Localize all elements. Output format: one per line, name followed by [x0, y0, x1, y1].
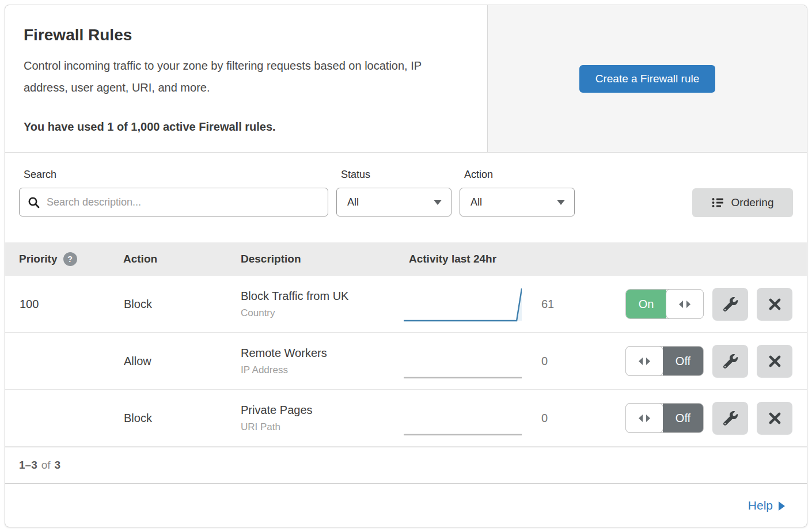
activity-count: 0 [536, 355, 625, 368]
ordering-button-label: Ordering [731, 196, 774, 209]
firewall-rules-panel: Firewall Rules Control incoming traffic … [5, 5, 807, 527]
activity-sparkline [404, 390, 536, 446]
x-icon [768, 355, 781, 368]
activity-count: 61 [536, 298, 625, 311]
help-link-label: Help [748, 499, 773, 512]
rule-priority: 100 [19, 298, 123, 311]
caret-down-icon [434, 200, 442, 205]
toggle-cell: On [625, 289, 712, 319]
help-link[interactable]: Help [748, 499, 785, 512]
status-selected-value: All [347, 196, 359, 208]
rule-description: Remote Workers IP Address [241, 347, 404, 376]
edit-cell [712, 345, 757, 378]
column-header-action: Action [123, 253, 241, 265]
caret-down-icon [557, 200, 565, 205]
filter-bar: Search Status All Action All [5, 153, 807, 242]
pagination-bar: 1–3 of 3 [5, 447, 807, 483]
page-description: Control incoming traffic to your zone by… [24, 55, 464, 98]
rule-enabled-toggle[interactable]: Off [625, 403, 704, 433]
edit-rule-button[interactable] [712, 345, 748, 378]
activity-count: 0 [536, 412, 625, 425]
activity-sparkline [404, 333, 536, 389]
rule-name: Private Pages [241, 404, 404, 417]
toggle-cell: Off [625, 403, 712, 433]
search-input[interactable] [45, 196, 320, 209]
rule-match-type: IP Address [241, 364, 404, 376]
chevron-right-icon [779, 501, 785, 511]
question-mark-icon[interactable]: ? [63, 252, 77, 266]
rule-name: Remote Workers [241, 347, 404, 360]
search-box[interactable] [19, 188, 328, 216]
action-label: Action [464, 169, 575, 181]
list-icon [712, 197, 724, 208]
rule-action: Block [123, 298, 241, 311]
status-label: Status [341, 169, 451, 181]
rule-name: Block Traffic from UK [241, 290, 404, 303]
wrench-icon [723, 354, 738, 368]
delete-rule-button[interactable] [757, 402, 792, 435]
table-row: Allow Remote Workers IP Address 0 Off [5, 333, 807, 390]
column-header-activity: Activity last 24hr [404, 253, 625, 265]
pagination-range: 1–3 [19, 459, 37, 472]
rule-enabled-toggle[interactable]: Off [625, 346, 704, 376]
page-header: Firewall Rules Control incoming traffic … [5, 5, 807, 153]
rule-match-type: Country [241, 307, 404, 319]
delete-cell [757, 288, 795, 321]
drag-arrows-icon[interactable] [625, 346, 663, 376]
edit-rule-button[interactable] [712, 288, 748, 321]
edit-rule-button[interactable] [712, 402, 748, 435]
page-title: Firewall Rules [24, 26, 464, 44]
delete-cell [757, 345, 795, 378]
wrench-icon [723, 297, 738, 311]
x-icon [768, 412, 781, 425]
toggle-cell: Off [625, 346, 712, 376]
pagination-of: of [41, 459, 51, 472]
create-firewall-rule-button[interactable]: Create a Firewall rule [579, 65, 716, 93]
action-filter-group: Action All [460, 169, 575, 216]
status-select[interactable]: All [336, 188, 451, 216]
header-text-block: Firewall Rules Control incoming traffic … [5, 5, 487, 152]
rule-match-type: URI Path [241, 421, 404, 433]
search-icon [28, 196, 40, 208]
rule-description: Private Pages URI Path [241, 404, 404, 433]
delete-rule-button[interactable] [757, 345, 792, 378]
rule-enabled-toggle[interactable]: On [625, 289, 704, 319]
drag-arrows-icon[interactable] [625, 403, 663, 433]
search-group: Search [19, 169, 328, 216]
table-row: Block Private Pages URI Path 0 Off [5, 390, 807, 447]
header-action-panel: Create a Firewall rule [487, 5, 807, 152]
delete-rule-button[interactable] [757, 288, 792, 321]
column-header-priority: Priority ? [19, 252, 123, 266]
toggle-state-label: On [626, 290, 666, 318]
toggle-state-label: Off [663, 404, 703, 432]
wrench-icon [723, 411, 738, 425]
column-header-description: Description [241, 253, 404, 265]
drag-arrows-icon[interactable] [666, 289, 704, 319]
table-header-row: Priority ? Action Description Activity l… [5, 242, 807, 276]
pagination-total: 3 [55, 459, 61, 472]
toggle-state-label: Off [663, 347, 703, 375]
usage-note: You have used 1 of 1,000 active Firewall… [24, 120, 464, 134]
help-bar: Help [5, 483, 807, 527]
delete-cell [757, 402, 795, 435]
rule-action: Block [123, 412, 241, 425]
edit-cell [712, 402, 757, 435]
ordering-button[interactable]: Ordering [692, 188, 793, 217]
table-row: 100 Block Block Traffic from UK Country … [5, 276, 807, 333]
status-filter-group: Status All [336, 169, 451, 216]
action-select[interactable]: All [460, 188, 575, 216]
rule-description: Block Traffic from UK Country [241, 290, 404, 319]
edit-cell [712, 288, 757, 321]
activity-sparkline [404, 276, 536, 332]
action-selected-value: All [470, 196, 482, 208]
x-icon [768, 298, 781, 311]
search-label: Search [24, 169, 328, 181]
rule-action: Allow [123, 355, 241, 368]
